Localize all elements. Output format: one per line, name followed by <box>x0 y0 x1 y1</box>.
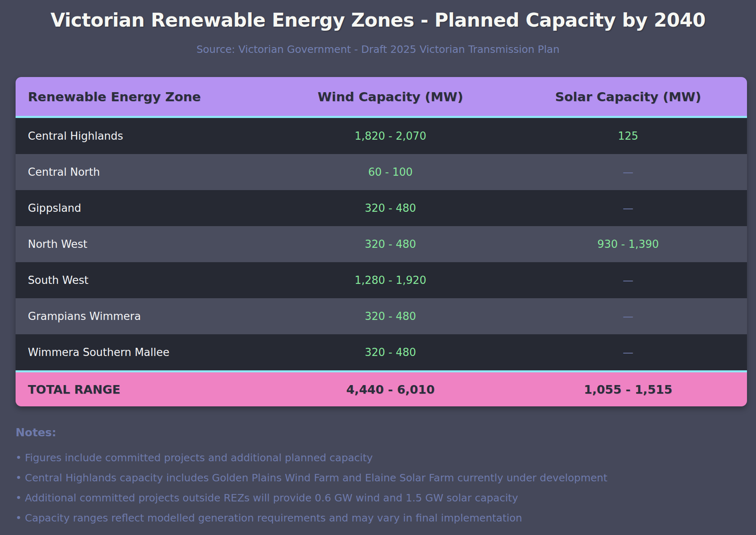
total-solar-value: 1,055 - 1,515 <box>509 383 747 397</box>
solar-value-cell: 125 <box>509 130 747 142</box>
zone-cell: Wimmera Southern Mallee <box>16 346 271 358</box>
wind-value-cell: 320 - 480 <box>271 346 509 358</box>
table-row: Gippsland320 - 480— <box>16 190 747 226</box>
column-header-wind: Wind Capacity (MW) <box>271 89 509 104</box>
note-item: • Additional committed projects outside … <box>16 488 756 508</box>
solar-value-cell: — <box>509 274 747 286</box>
zone-cell: South West <box>16 274 271 286</box>
solar-value-cell: — <box>509 202 747 214</box>
total-row: TOTAL RANGE 4,440 - 6,010 1,055 - 1,515 <box>16 370 747 406</box>
total-wind-value: 4,440 - 6,010 <box>271 383 509 397</box>
wind-value-cell: 320 - 480 <box>271 310 509 322</box>
zone-cell: North West <box>16 238 271 250</box>
total-label: TOTAL RANGE <box>16 383 271 397</box>
notes-list: • Figures include committed projects and… <box>16 448 756 528</box>
wind-value-cell: 60 - 100 <box>271 166 509 178</box>
note-item: • Figures include committed projects and… <box>16 448 756 468</box>
wind-value-cell: 320 - 480 <box>271 238 509 250</box>
wind-value-cell: 320 - 480 <box>271 202 509 214</box>
table-row: South West1,280 - 1,920— <box>16 262 747 298</box>
page-title: Victorian Renewable Energy Zones - Plann… <box>0 0 756 31</box>
notes-section: Notes: • Figures include committed proje… <box>16 426 756 528</box>
wind-value-cell: 1,280 - 1,920 <box>271 274 509 286</box>
note-item: • Central Highlands capacity includes Go… <box>16 468 756 488</box>
table-row: Central North60 - 100— <box>16 154 747 190</box>
table-row: Wimmera Southern Mallee320 - 480— <box>16 334 747 370</box>
solar-value-cell: — <box>509 346 747 358</box>
capacity-table: Renewable Energy Zone Wind Capacity (MW)… <box>16 77 747 406</box>
solar-value-cell: 930 - 1,390 <box>509 238 747 250</box>
table-header-row: Renewable Energy Zone Wind Capacity (MW)… <box>16 77 747 118</box>
page: Victorian Renewable Energy Zones - Plann… <box>0 0 756 535</box>
table-row: Central Highlands1,820 - 2,070125 <box>16 118 747 154</box>
table-row: Grampians Wimmera320 - 480— <box>16 298 747 334</box>
zone-cell: Grampians Wimmera <box>16 310 271 322</box>
column-header-solar: Solar Capacity (MW) <box>509 89 747 104</box>
zone-cell: Gippsland <box>16 202 271 214</box>
table-body: Central Highlands1,820 - 2,070125Central… <box>16 118 747 370</box>
solar-value-cell: — <box>509 310 747 322</box>
notes-heading: Notes: <box>16 426 756 439</box>
note-item: • Capacity ranges reflect modelled gener… <box>16 508 756 528</box>
table-row: North West320 - 480930 - 1,390 <box>16 226 747 262</box>
zone-cell: Central Highlands <box>16 130 271 142</box>
source-subtitle: Source: Victorian Government - Draft 202… <box>0 43 756 55</box>
solar-value-cell: — <box>509 166 747 178</box>
zone-cell: Central North <box>16 166 271 178</box>
column-header-zone: Renewable Energy Zone <box>16 89 271 104</box>
wind-value-cell: 1,820 - 2,070 <box>271 130 509 142</box>
